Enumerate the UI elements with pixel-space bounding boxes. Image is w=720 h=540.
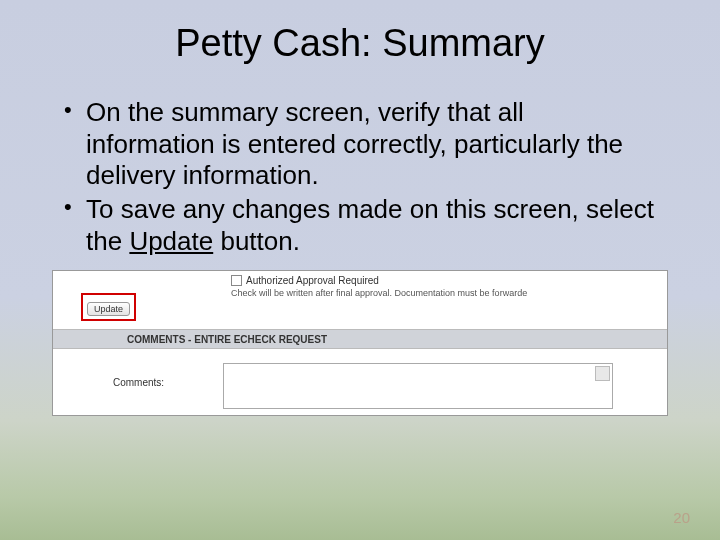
approval-label: Authorized Approval Required: [246, 275, 379, 286]
update-highlight: Update: [81, 293, 136, 321]
comments-row: Comments:: [53, 363, 667, 409]
slide-title: Petty Cash: Summary: [0, 0, 720, 65]
bullet-1: On the summary screen, verify that all i…: [64, 97, 656, 192]
embedded-screenshot: Authorized Approval Required Check will …: [52, 270, 668, 416]
bullet-2-underline: Update: [129, 226, 213, 256]
red-callout-box: Update: [81, 293, 136, 321]
comments-textarea[interactable]: [223, 363, 613, 409]
bullet-2: To save any changes made on this screen,…: [64, 194, 656, 257]
section-header-label: COMMENTS - ENTIRE ECHECK REQUEST: [127, 330, 667, 350]
approval-checkbox[interactable]: [231, 275, 242, 286]
disclaimer-text: Check will be written after final approv…: [231, 288, 667, 298]
screenshot-top-area: Authorized Approval Required Check will …: [53, 271, 667, 298]
comments-label: Comments:: [53, 363, 223, 388]
bullet-2-post: button.: [213, 226, 300, 256]
slide-body: On the summary screen, verify that all i…: [0, 65, 720, 258]
section-header-bar: COMMENTS - ENTIRE ECHECK REQUEST: [53, 329, 667, 349]
bullet-1-text: On the summary screen, verify that all i…: [86, 97, 623, 190]
page-number: 20: [673, 509, 690, 526]
update-button[interactable]: Update: [87, 302, 130, 316]
approval-row: Authorized Approval Required: [231, 275, 667, 286]
